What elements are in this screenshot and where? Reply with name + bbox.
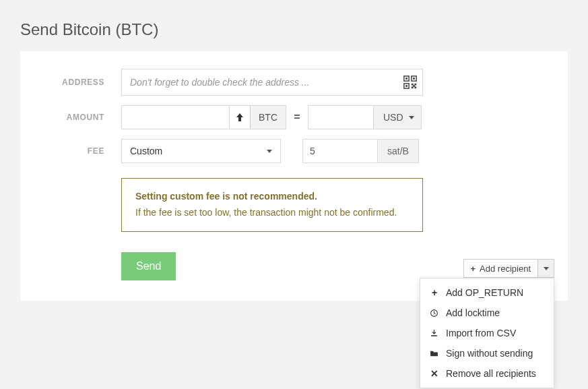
- menu-item-label: Add OP_RETURN: [446, 287, 523, 298]
- caret-down-icon: [267, 150, 272, 153]
- address-input[interactable]: [121, 69, 423, 96]
- add-recipient-group: + Add recipient: [463, 259, 554, 278]
- currency-label: USD: [383, 112, 403, 123]
- address-row: ADDRESS: [40, 69, 548, 96]
- address-label: ADDRESS: [40, 78, 104, 87]
- btc-unit-label: BTC: [251, 105, 286, 129]
- fee-warning-box: Setting custom fee is not recommended. I…: [121, 178, 423, 232]
- amount-btc-wrap: BTC: [121, 105, 286, 129]
- fee-input-wrap: sat/B: [302, 139, 419, 163]
- import-icon: [430, 329, 439, 338]
- page-title: Send Bitcoin (BTC): [0, 0, 588, 51]
- add-recipient-button[interactable]: + Add recipient: [463, 259, 538, 278]
- fee-mode-value: Custom: [130, 146, 162, 156]
- amount-label: AMOUNT: [40, 113, 104, 122]
- menu-sign-without-sending[interactable]: Sign without sending: [420, 343, 554, 363]
- action-row: Send + Add recipient + Add OP_RETURN Add…: [121, 252, 548, 280]
- fee-row: FEE Custom sat/B: [40, 139, 548, 163]
- menu-item-label: Sign without sending: [446, 348, 533, 359]
- svg-rect-12: [431, 335, 437, 336]
- caret-down-icon: [544, 267, 549, 270]
- menu-item-label: Add locktime: [446, 307, 500, 318]
- add-recipient-label: Add recipient: [480, 264, 531, 274]
- menu-import-csv[interactable]: Import from CSV: [420, 323, 554, 343]
- amount-btc-input[interactable]: [121, 105, 229, 129]
- address-input-wrap: [121, 69, 423, 96]
- amount-max-button[interactable]: [229, 105, 251, 129]
- svg-rect-1: [405, 78, 407, 80]
- clock-icon: [430, 309, 439, 318]
- fee-unit-label: sat/B: [378, 139, 419, 163]
- amount-group: BTC = USD: [121, 105, 422, 129]
- equals-sign: =: [286, 111, 308, 123]
- fee-label: FEE: [40, 146, 104, 156]
- currency-dropdown[interactable]: USD: [374, 105, 422, 129]
- amount-usd-input[interactable]: [308, 105, 374, 129]
- menu-add-locktime[interactable]: Add locktime: [420, 303, 554, 323]
- svg-rect-3: [413, 78, 415, 80]
- fee-warning-body: If the fee is set too low, the transacti…: [135, 206, 409, 219]
- amount-usd-wrap: USD: [308, 105, 422, 129]
- folder-icon: [430, 349, 439, 357]
- add-recipient-more-button[interactable]: [538, 259, 554, 278]
- qr-code-icon[interactable]: [403, 75, 418, 90]
- plus-icon: +: [471, 264, 476, 274]
- recipient-dropdown-menu: + Add OP_RETURN Add locktime Import from…: [420, 278, 554, 388]
- x-icon: ✕: [430, 368, 439, 379]
- svg-rect-5: [405, 85, 407, 87]
- fee-warning-title: Setting custom fee is not recommended.: [135, 191, 409, 202]
- fee-value-input[interactable]: [302, 139, 378, 163]
- arrow-up-icon: [236, 113, 244, 122]
- plus-icon: +: [430, 287, 439, 298]
- caret-down-icon: [409, 116, 414, 119]
- menu-add-op-return[interactable]: + Add OP_RETURN: [420, 282, 554, 303]
- send-button[interactable]: Send: [121, 252, 176, 280]
- fee-mode-select[interactable]: Custom: [121, 139, 281, 163]
- menu-item-label: Import from CSV: [446, 328, 516, 338]
- menu-remove-all-recipients[interactable]: ✕ Remove all recipients: [420, 363, 554, 384]
- svg-rect-10: [413, 85, 415, 87]
- menu-item-label: Remove all recipients: [446, 368, 536, 379]
- send-form-card: ADDRESS AMOUNT: [20, 51, 568, 301]
- amount-row: AMOUNT BTC = USD: [40, 105, 548, 129]
